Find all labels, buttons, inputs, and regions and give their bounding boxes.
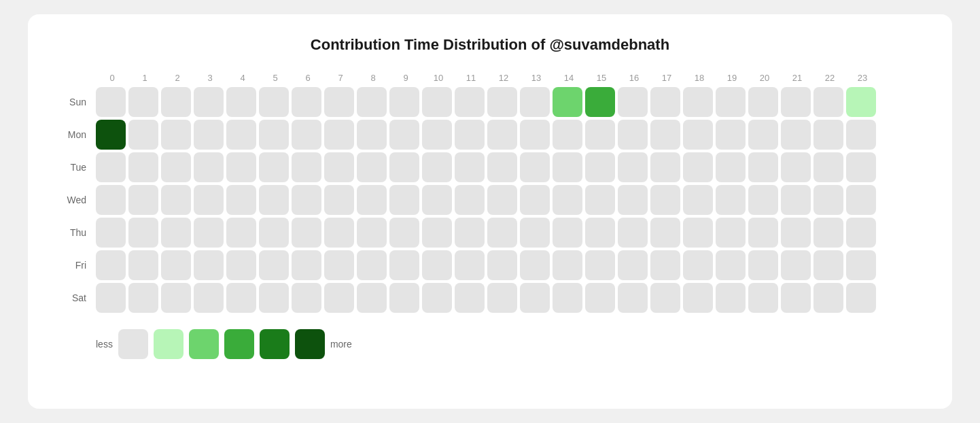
cell-wed-hour-13 (520, 185, 550, 215)
legend-cell-3 (224, 329, 254, 359)
contribution-chart-card: Contribution Time Distribution of @suvam… (28, 14, 952, 409)
cells-fri (96, 250, 876, 280)
cell-mon-hour-4 (226, 120, 256, 150)
cell-mon-hour-7 (324, 120, 354, 150)
legend-cell-4 (260, 329, 290, 359)
cell-wed-hour-16 (618, 185, 648, 215)
cell-sat-hour-10 (422, 283, 452, 313)
cell-wed-hour-23 (846, 185, 876, 215)
cell-thu-hour-22 (813, 218, 843, 248)
cell-sat-hour-8 (357, 283, 387, 313)
cell-sun-hour-2 (161, 87, 191, 117)
cell-sat-hour-15 (585, 283, 615, 313)
cell-thu-hour-13 (520, 218, 550, 248)
legend-cell-2 (189, 329, 219, 359)
cell-mon-hour-11 (455, 120, 485, 150)
cell-fri-hour-12 (487, 250, 517, 280)
cell-tue-hour-22 (813, 152, 843, 182)
cell-wed-hour-8 (357, 185, 387, 215)
cell-tue-hour-18 (683, 152, 713, 182)
cell-tue-hour-4 (226, 152, 256, 182)
cell-thu-hour-19 (716, 218, 746, 248)
cell-sun-hour-0 (96, 87, 126, 117)
grid-row-fri: Fri (55, 250, 925, 280)
cell-fri-hour-7 (324, 250, 354, 280)
cell-sun-hour-21 (781, 87, 811, 117)
cell-mon-hour-9 (389, 120, 419, 150)
cell-sun-hour-18 (683, 87, 713, 117)
cell-fri-hour-4 (226, 250, 256, 280)
cell-thu-hour-5 (259, 218, 289, 248)
legend-more-label: more (330, 339, 352, 350)
hour-label: 17 (650, 73, 683, 83)
cell-wed-hour-19 (716, 185, 746, 215)
cell-tue-hour-19 (716, 152, 746, 182)
cell-wed-hour-22 (813, 185, 843, 215)
cell-sat-hour-0 (96, 283, 126, 313)
cell-sun-hour-14 (553, 87, 582, 117)
cell-wed-hour-20 (748, 185, 778, 215)
cell-tue-hour-8 (357, 152, 387, 182)
grid-row-sun: Sun (55, 87, 925, 117)
cell-tue-hour-15 (585, 152, 615, 182)
cell-thu-hour-1 (128, 218, 158, 248)
cell-fri-hour-18 (683, 250, 713, 280)
cell-thu-hour-9 (389, 218, 419, 248)
cell-thu-hour-18 (683, 218, 713, 248)
cell-sun-hour-23 (846, 87, 876, 117)
cell-sat-hour-7 (324, 283, 354, 313)
grid-row-mon: Mon (55, 120, 925, 150)
cell-sun-hour-20 (748, 87, 778, 117)
cell-wed-hour-10 (422, 185, 452, 215)
cell-mon-hour-13 (520, 120, 550, 150)
cell-mon-hour-20 (748, 120, 778, 150)
hour-label: 4 (226, 73, 259, 83)
cell-fri-hour-10 (422, 250, 452, 280)
cell-sat-hour-22 (813, 283, 843, 313)
hour-label: 18 (683, 73, 716, 83)
cell-fri-hour-0 (96, 250, 126, 280)
cell-mon-hour-6 (292, 120, 321, 150)
cell-fri-hour-17 (650, 250, 680, 280)
cell-sun-hour-8 (357, 87, 387, 117)
cells-wed (96, 185, 876, 215)
cell-thu-hour-16 (618, 218, 648, 248)
cell-mon-hour-14 (553, 120, 582, 150)
cell-fri-hour-8 (357, 250, 387, 280)
cell-sat-hour-19 (716, 283, 746, 313)
cell-wed-hour-12 (487, 185, 517, 215)
cell-mon-hour-3 (194, 120, 224, 150)
cell-thu-hour-6 (292, 218, 321, 248)
cell-tue-hour-1 (128, 152, 158, 182)
cell-sat-hour-13 (520, 283, 550, 313)
cell-fri-hour-9 (389, 250, 419, 280)
cell-wed-hour-4 (226, 185, 256, 215)
hour-label: 9 (389, 73, 422, 83)
cell-wed-hour-0 (96, 185, 126, 215)
cell-fri-hour-22 (813, 250, 843, 280)
cell-mon-hour-12 (487, 120, 517, 150)
cell-thu-hour-21 (781, 218, 811, 248)
cell-sat-hour-20 (748, 283, 778, 313)
hour-label: 3 (194, 73, 226, 83)
legend-cell-0 (118, 329, 148, 359)
cell-wed-hour-3 (194, 185, 224, 215)
cell-sun-hour-11 (455, 87, 485, 117)
cell-sat-hour-16 (618, 283, 648, 313)
cell-sun-hour-3 (194, 87, 224, 117)
cell-fri-hour-21 (781, 250, 811, 280)
cell-thu-hour-2 (161, 218, 191, 248)
day-label-sat: Sat (55, 292, 96, 303)
cell-tue-hour-13 (520, 152, 550, 182)
cell-fri-hour-5 (259, 250, 289, 280)
cell-wed-hour-9 (389, 185, 419, 215)
cell-sat-hour-11 (455, 283, 485, 313)
cell-sun-hour-13 (520, 87, 550, 117)
cell-wed-hour-15 (585, 185, 615, 215)
cell-mon-hour-17 (650, 120, 680, 150)
legend-cell-1 (154, 329, 183, 359)
cells-mon (96, 120, 876, 150)
grid-row-wed: Wed (55, 185, 925, 215)
hour-label: 15 (585, 73, 618, 83)
grid-rows: SunMonTueWedThuFriSat (55, 87, 925, 313)
